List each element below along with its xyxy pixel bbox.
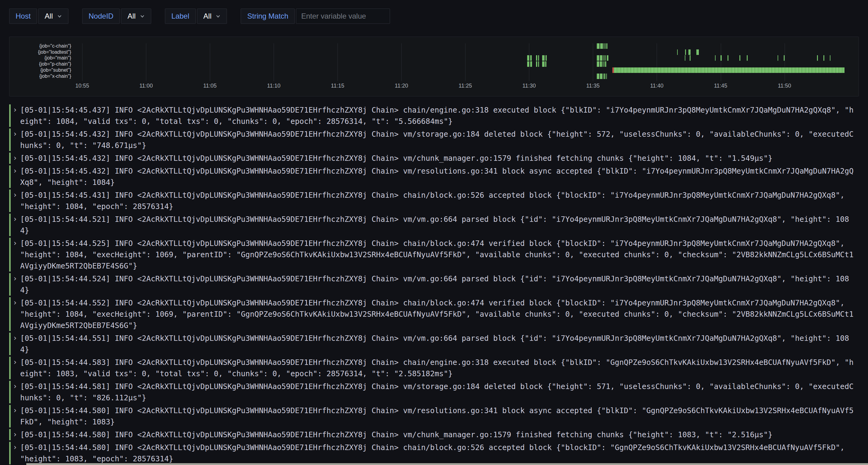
timeline-segment [604,73,605,79]
log-level-bar [9,442,11,464]
variable-group-label: LabelAll [165,8,227,24]
log-line-text: [05-01|15:54:44.581] INFO <2AcRkXTLLtQjv… [20,381,854,403]
stream-label: {job="c-chain"} [9,43,71,49]
timeline-segment [530,55,532,61]
expand-log-chevron-icon[interactable]: › [13,297,20,331]
log-line-text: [05-01|15:54:45.432] INFO <2AcRkXTLLtQjv… [20,153,854,164]
expand-log-chevron-icon[interactable]: › [13,128,20,151]
timeline-segment [778,55,778,61]
log-row[interactable]: ›[05-01|15:54:44.580] INFO <2AcRkXTLLtQj… [9,429,868,440]
expand-log-chevron-icon[interactable]: › [13,333,20,355]
timeline-segment [605,55,606,61]
log-row[interactable]: ›[05-01|15:54:45.432] INFO <2AcRkXTLLtQj… [9,128,868,151]
expand-log-chevron-icon[interactable]: › [13,429,20,440]
log-row[interactable]: ›[05-01|15:54:44.521] INFO <2AcRkXTLLtQj… [9,213,868,236]
log-row[interactable]: ›[05-01|15:54:45.431] INFO <2AcRkXTLLtQj… [9,190,868,212]
log-level-bar [9,381,11,403]
chevron-down-icon [140,14,145,19]
log-line-text: [05-01|15:54:44.551] INFO <2AcRkXTLLtQjv… [20,333,854,355]
timeline-segment [600,61,602,67]
timeline-segment [600,43,603,49]
timeline-segment [527,55,529,61]
timeline-segment [685,55,686,61]
log-row[interactable]: ›[05-01|15:54:45.432] INFO <2AcRkXTLLtQj… [9,165,868,188]
time-tick-label: 11:30 [523,83,536,89]
expand-log-chevron-icon[interactable]: › [13,190,20,212]
gridline [146,43,146,81]
time-tick-label: 11:25 [459,83,472,89]
log-line-text: [05-01|15:54:44.524] INFO <2AcRkXTLLtQjv… [20,273,854,296]
string-match-input[interactable] [296,8,390,24]
timeline-segment [824,55,824,61]
expand-log-chevron-icon[interactable]: › [13,442,20,464]
timeline-segment [542,61,545,67]
expand-log-chevron-icon[interactable]: › [13,357,20,379]
log-line-text: [05-01|15:54:44.552] INFO <2AcRkXTLLtQjv… [20,297,854,331]
log-level-bar [9,405,11,428]
timeline-segment [600,55,602,61]
stream-label: {job="main"} [9,55,71,61]
timeline-segment [690,55,690,61]
log-row[interactable]: ›[05-01|15:54:44.580] INFO <2AcRkXTLLtQj… [9,405,868,428]
timeline-segment [606,43,607,49]
time-tick-label: 11:20 [395,83,408,89]
expand-log-chevron-icon[interactable]: › [13,104,20,127]
log-row[interactable]: ›[05-01|15:54:44.552] INFO <2AcRkXTLLtQj… [9,297,868,331]
log-row[interactable]: ›[05-01|15:54:44.524] INFO <2AcRkXTLLtQj… [9,273,868,296]
variables-toolbar: HostAllNodeIDAllLabelAll String Match [0,0,868,24]
stream-label: {job="loadtest"} [9,49,71,55]
string-match-label: String Match [241,8,295,24]
log-row[interactable]: ›[05-01|15:54:45.432] INFO <2AcRkXTLLtQj… [9,153,868,164]
gridline [593,43,593,81]
timeline-segment [685,49,686,55]
log-level-bar [9,153,11,164]
log-row[interactable]: ›[05-01|15:54:44.525] INFO <2AcRkXTLLtQj… [9,238,868,271]
time-tick-label: 11:00 [139,83,153,89]
expand-log-chevron-icon[interactable]: › [13,238,20,271]
timeline-segment [720,55,722,61]
timeline-segment [536,55,537,61]
expand-log-chevron-icon[interactable]: › [13,153,20,164]
timeline-segment [597,61,599,67]
stream-label: {job="subnet"} [9,67,71,73]
log-row[interactable]: ›[05-01|15:54:44.581] INFO <2AcRkXTLLtQj… [9,381,868,403]
timeline-segment [542,55,545,61]
expand-log-chevron-icon[interactable]: › [13,213,20,236]
expand-log-chevron-icon[interactable]: › [13,165,20,188]
horizontal-scrollbar[interactable] [26,463,868,465]
log-row[interactable]: ›[05-01|15:54:45.437] INFO <2AcRkXTLLtQj… [9,104,868,127]
expand-log-chevron-icon[interactable]: › [13,405,20,428]
log-row[interactable]: ›[05-01|15:54:44.583] INFO <2AcRkXTLLtQj… [9,357,868,379]
log-line-text: [05-01|15:54:44.580] INFO <2AcRkXTLLtQjv… [20,442,854,464]
variable-value-dropdown[interactable]: All [197,8,227,24]
expand-log-chevron-icon[interactable]: › [13,273,20,296]
log-level-bar [9,273,11,296]
timeline-segment [538,55,539,61]
timeline-segment [604,55,605,61]
log-line-text: [05-01|15:54:45.432] INFO <2AcRkXTLLtQjv… [20,165,854,188]
timeline-segment [530,61,532,67]
variable-selected-value: All [204,12,212,21]
log-level-bar [9,104,11,127]
stream-label: {job="p-chain"} [9,61,71,67]
timeline-segment [597,73,599,79]
timeline-segment [527,61,529,67]
time-tick-label: 11:10 [267,83,280,89]
time-tick-label: 11:35 [586,83,600,89]
expand-log-chevron-icon[interactable]: › [13,381,20,403]
gridline [274,43,274,81]
string-match-group: String Match [241,8,390,24]
log-line-text: [05-01|15:54:45.431] INFO <2AcRkXTLLtQjv… [20,190,854,212]
log-volume-panel[interactable]: {job="c-chain"}{job="loadtest"}{job="mai… [9,37,859,96]
log-row[interactable]: ›[05-01|15:54:44.580] INFO <2AcRkXTLLtQj… [9,442,868,464]
variable-value-dropdown[interactable]: All [121,8,151,24]
log-row[interactable]: ›[05-01|15:54:44.551] INFO <2AcRkXTLLtQj… [9,333,868,355]
gridline [721,43,721,81]
timeline-segment [614,67,844,73]
timeline-segment [606,73,607,79]
timeline-segment [607,55,609,61]
log-line-text: [05-01|15:54:45.432] INFO <2AcRkXTLLtQjv… [20,128,854,151]
log-level-bar [9,213,11,236]
timeline-segment [817,55,818,61]
variable-value-dropdown[interactable]: All [38,8,68,24]
